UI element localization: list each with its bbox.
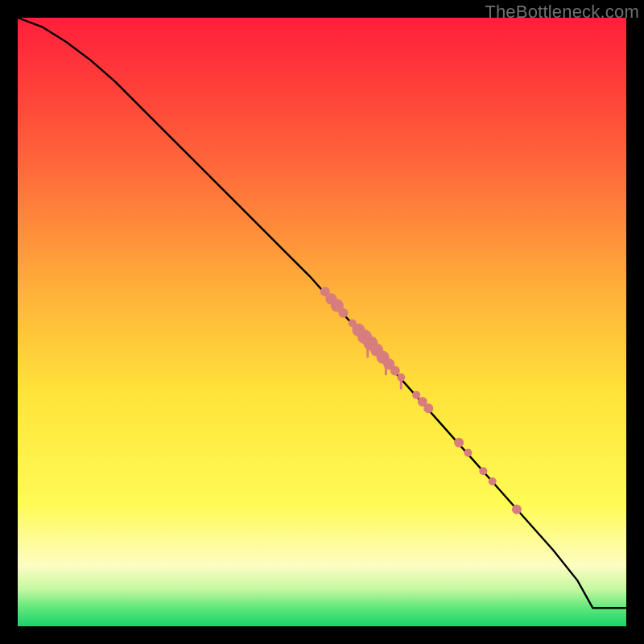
data-marker <box>512 505 522 514</box>
watermark-text: TheBottleneck.com <box>485 2 639 23</box>
chart-svg <box>18 18 626 626</box>
data-marker <box>390 365 400 375</box>
data-marker <box>454 438 464 448</box>
data-marker <box>338 308 348 318</box>
data-marker <box>464 449 472 457</box>
data-marker <box>412 391 420 399</box>
data-marker <box>423 403 433 413</box>
bottleneck-curve <box>18 18 626 608</box>
data-markers <box>320 287 522 514</box>
chart-stage: TheBottleneck.com <box>0 0 644 644</box>
data-marker <box>397 374 405 382</box>
data-marker <box>479 467 487 475</box>
data-marker <box>489 477 497 485</box>
